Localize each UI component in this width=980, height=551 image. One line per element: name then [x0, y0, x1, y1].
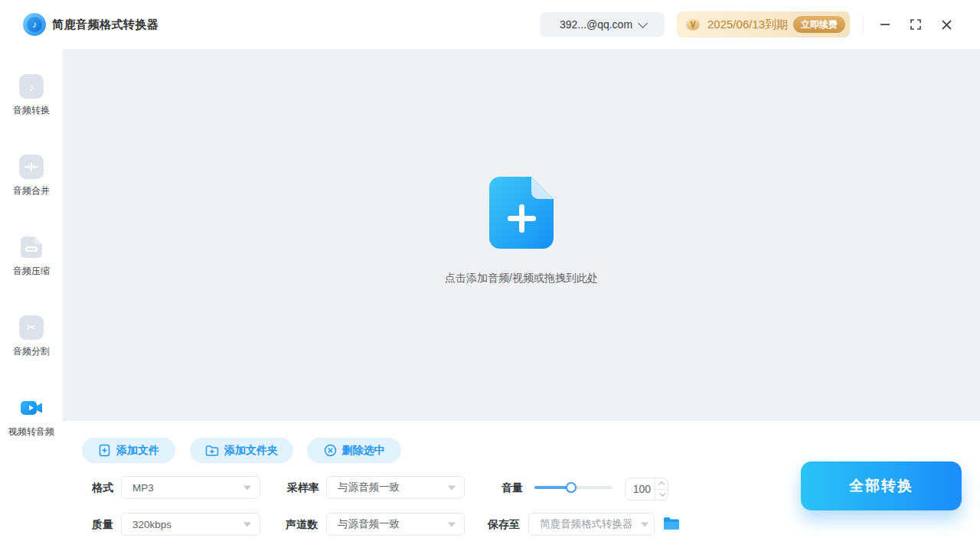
delete-selected-button[interactable]: 删除选中: [307, 438, 401, 463]
format-dropdown[interactable]: MP3: [121, 476, 260, 499]
quality-value: 320kbps: [132, 519, 172, 530]
channels-value: 与源音频一致: [338, 517, 400, 531]
dropdown-arrow-icon: [641, 523, 648, 527]
spin-down-button[interactable]: [655, 490, 668, 500]
dropzone[interactable]: 点击添加音频/视频或拖拽到此处: [445, 177, 598, 285]
sidebar-item-label: 视频转音频: [8, 425, 54, 439]
sidebar-item-video-to-audio[interactable]: 视频转音频: [0, 396, 63, 439]
format-label: 格式: [92, 476, 113, 499]
close-icon: [941, 19, 952, 31]
music-note-icon: ♪: [19, 74, 44, 99]
merge-icon: [19, 155, 44, 179]
sample-rate-label: 采样率: [287, 476, 319, 499]
maximize-button[interactable]: [905, 14, 926, 35]
add-file-plus-icon: [489, 177, 554, 249]
sidebar: ♪ 音频转换 音频合并 音频压缩: [0, 49, 63, 551]
title-bar: ♪ 简鹿音频格式转换器 392...@qq.com V 2025/06/13到期…: [0, 0, 980, 49]
sample-rate-dropdown[interactable]: 与源音频一致: [326, 476, 465, 499]
sidebar-item-audio-merge[interactable]: 音频合并: [0, 155, 63, 197]
vip-expiry-date: 2025/06/13到期: [707, 18, 788, 32]
sidebar-item-label: 音频分割: [13, 345, 50, 358]
sidebar-item-audio-split[interactable]: ✂ 音频分割: [0, 315, 63, 358]
chevron-down-icon: [659, 491, 665, 497]
music-note-icon: ♪: [27, 17, 42, 32]
minimize-icon: [879, 18, 891, 31]
vip-banner[interactable]: V 2025/06/13到期 立即续费: [677, 11, 850, 37]
save-to-value: 简鹿音频格式转换器: [540, 517, 633, 531]
file-plus-icon: [98, 444, 111, 457]
file-list-area: 点击添加音频/视频或拖拽到此处: [63, 49, 980, 421]
titlebar-divider: [863, 17, 864, 32]
vip-badge-icon: V: [686, 18, 700, 31]
app-window: ♪ 简鹿音频格式转换器 392...@qq.com V 2025/06/13到期…: [0, 0, 980, 551]
sidebar-item-label: 音频合并: [13, 184, 50, 197]
volume-slider-thumb[interactable]: [566, 482, 577, 493]
delete-selected-label: 删除选中: [342, 444, 385, 458]
app-title: 简鹿音频格式转换器: [52, 0, 159, 49]
sample-rate-value: 与源音频一致: [338, 481, 400, 494]
volume-input[interactable]: [626, 478, 655, 500]
app-logo-icon: ♪: [23, 13, 46, 36]
scissors-icon: ✂: [19, 315, 44, 340]
add-folder-label: 添加文件夹: [224, 444, 278, 458]
video-camera-icon: [19, 396, 44, 420]
sidebar-item-audio-convert[interactable]: ♪ 音频转换: [0, 74, 63, 117]
dropdown-arrow-icon: [448, 523, 456, 527]
add-file-button[interactable]: 添加文件: [82, 438, 175, 463]
open-folder-button[interactable]: [662, 515, 681, 533]
account-dropdown[interactable]: 392...@qq.com: [540, 12, 665, 37]
quality-dropdown[interactable]: 320kbps: [121, 513, 260, 536]
chevron-down-icon: [638, 18, 648, 28]
channels-dropdown[interactable]: 与源音频一致: [326, 513, 465, 536]
minimize-button[interactable]: [874, 14, 896, 35]
folder-plus-icon: [205, 445, 219, 457]
volume-number-input: [625, 478, 668, 500]
dropdown-arrow-icon: [448, 486, 456, 491]
volume-label: 音量: [501, 476, 523, 499]
volume-slider[interactable]: [534, 486, 612, 489]
compress-file-icon: [19, 235, 44, 259]
dropdown-arrow-icon: [243, 486, 251, 491]
dropdown-arrow-icon: [243, 523, 251, 527]
volume-spinners: [655, 478, 668, 500]
quality-label: 质量: [92, 513, 113, 536]
chevron-up-icon: [658, 481, 665, 487]
fullscreen-icon: [910, 18, 922, 31]
sidebar-item-label: 音频压缩: [13, 265, 50, 278]
format-value: MP3: [132, 482, 154, 494]
sidebar-item-audio-compress[interactable]: 音频压缩: [0, 235, 63, 278]
spin-up-button[interactable]: [655, 478, 668, 490]
save-to-dropdown[interactable]: 简鹿音频格式转换器: [528, 513, 655, 536]
circle-x-icon: [324, 444, 337, 457]
close-button[interactable]: [936, 14, 957, 35]
channels-label: 声道数: [286, 513, 318, 536]
folder-icon: [663, 517, 680, 530]
account-email: 392...@qq.com: [560, 18, 632, 31]
add-file-label: 添加文件: [116, 444, 159, 458]
sidebar-item-label: 音频转换: [13, 104, 50, 117]
renew-button[interactable]: 立即续费: [793, 16, 845, 33]
add-folder-button[interactable]: 添加文件夹: [190, 438, 293, 463]
dropzone-hint: 点击添加音频/视频或拖拽到此处: [445, 272, 598, 285]
bottom-panel: 添加文件 添加文件夹 删除选中 格式 MP3 采样率 与源音频一致: [63, 421, 980, 551]
save-to-label: 保存至: [488, 513, 520, 536]
convert-all-button[interactable]: 全部转换: [801, 461, 962, 510]
